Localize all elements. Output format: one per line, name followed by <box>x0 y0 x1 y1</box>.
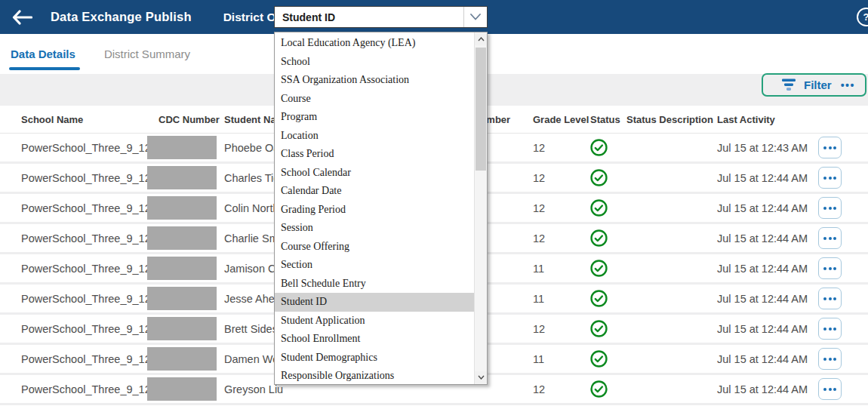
column-header-grade: Grade Level <box>527 106 585 133</box>
dropdown-option[interactable]: Responsible Organizations <box>275 367 474 386</box>
dot <box>833 328 836 331</box>
chevron-up-icon <box>478 37 485 42</box>
dot <box>823 146 826 149</box>
column-header-actions <box>818 106 868 133</box>
grade-level-cell: 11 <box>533 353 544 365</box>
row-actions-button[interactable] <box>818 197 842 219</box>
dropdown-option[interactable]: Session <box>275 219 474 238</box>
grade-level-cell: 11 <box>533 293 544 305</box>
row-actions-button[interactable] <box>818 378 842 400</box>
dropdown-option[interactable]: Section <box>275 256 474 275</box>
filter-button-label: Filter <box>804 78 832 91</box>
dropdown-option[interactable]: Course Offering <box>275 238 474 257</box>
redacted-cdc-number <box>147 196 217 220</box>
dot <box>823 388 826 391</box>
row-actions-button[interactable] <box>818 288 842 309</box>
grade-level-cell: 11 <box>533 263 544 275</box>
dropdown-option[interactable]: Class Period <box>275 145 474 164</box>
dropdown-option[interactable]: Bell Schedule Entry <box>275 275 474 294</box>
row-actions-button[interactable] <box>818 167 842 189</box>
redacted-cdc-number <box>147 226 217 250</box>
status-success-icon <box>590 350 608 368</box>
dot <box>829 297 832 300</box>
dot <box>823 297 826 300</box>
row-actions-button[interactable] <box>818 227 842 249</box>
dropdown-option[interactable]: Student Demographics <box>275 349 474 368</box>
dot <box>833 358 836 361</box>
row-actions-button[interactable] <box>818 137 842 158</box>
dot <box>833 177 836 180</box>
status-success-icon <box>590 290 608 307</box>
status-success-icon <box>590 139 608 156</box>
dot <box>829 388 832 391</box>
student-name-cell: Jesse Ahea <box>224 293 281 305</box>
scroll-up-button[interactable] <box>475 33 487 45</box>
column-header-desc: Status Description <box>620 106 717 133</box>
page-title: Data Exchange Publish <box>51 10 192 24</box>
last-activity-cell: Jul 15 at 12:43 AM <box>717 142 808 154</box>
grade-level-cell: 12 <box>533 202 545 214</box>
dot <box>833 146 836 149</box>
dot <box>829 267 832 270</box>
row-actions-button[interactable] <box>818 318 842 340</box>
last-activity-cell: Jul 15 at 12:44 AM <box>717 172 808 184</box>
entity-dropdown-list: Local Education Agency (LEA)SchoolSSA Or… <box>274 32 488 385</box>
back-button[interactable] <box>12 10 32 25</box>
dot <box>829 177 832 180</box>
student-name-cell: Colin North <box>224 202 279 214</box>
dropdown-option[interactable]: Program <box>275 108 474 127</box>
dropdown-option[interactable]: School Enrollment <box>275 330 474 349</box>
help-icon[interactable]: ? <box>857 8 868 26</box>
row-actions-button[interactable] <box>818 348 842 370</box>
last-activity-cell: Jul 15 at 12:44 AM <box>717 383 808 395</box>
chevron-down-icon <box>478 375 485 380</box>
more-options-button[interactable]: ••• <box>841 79 855 91</box>
school-name-cell: PowerSchool_Three_9_12 <box>21 293 151 305</box>
dropdown-option[interactable]: Grading Period <box>275 201 474 220</box>
scroll-thumb[interactable] <box>476 48 486 171</box>
dot <box>823 328 826 331</box>
status-success-icon <box>590 380 608 398</box>
dot <box>833 297 836 300</box>
dropdown-option[interactable]: Student Application <box>275 312 474 331</box>
entity-select[interactable]: Student ID <box>274 6 488 28</box>
school-name-cell: PowerSchool_Three_9_12 <box>21 172 151 184</box>
dot <box>829 146 832 149</box>
column-header-school: School Name <box>0 106 147 133</box>
dropdown-scrollbar[interactable] <box>474 32 487 384</box>
dropdown-option[interactable]: SSA Organization Association <box>275 71 474 90</box>
student-name-cell: Phoebe Oa <box>224 142 279 154</box>
chevron-down-icon <box>464 14 487 20</box>
redacted-cdc-number <box>147 317 217 340</box>
filter-button[interactable]: Filter <box>781 78 832 91</box>
grade-level-cell: 12 <box>533 323 545 335</box>
last-activity-cell: Jul 15 at 12:44 AM <box>717 323 808 335</box>
tab-district-summary[interactable]: District Summary <box>104 34 190 74</box>
school-name-cell: PowerSchool_Three_9_12 <box>21 142 151 154</box>
dropdown-option[interactable]: Local Education Agency (LEA) <box>275 34 474 53</box>
grade-level-cell: 12 <box>533 142 545 154</box>
grade-level-cell: 12 <box>533 232 545 245</box>
dot <box>829 328 832 331</box>
student-name-cell: Damen We <box>224 353 279 365</box>
row-actions-button[interactable] <box>818 257 842 279</box>
tab-data-details[interactable]: Data Details <box>11 34 75 74</box>
dropdown-option[interactable]: Calendar Date <box>275 182 474 201</box>
last-activity-cell: Jul 15 at 12:44 AM <box>717 202 808 214</box>
filter-button-group: Filter ••• <box>762 73 866 97</box>
school-name-cell: PowerSchool_Three_9_12 <box>21 202 151 214</box>
dropdown-option[interactable]: Location <box>275 127 474 146</box>
dot <box>823 207 826 210</box>
dot <box>823 267 826 270</box>
dropdown-option[interactable]: Student ID <box>275 293 474 312</box>
dot <box>833 237 836 240</box>
dropdown-option[interactable]: Course <box>275 90 474 109</box>
dot <box>823 237 826 240</box>
dropdown-option[interactable]: School <box>275 53 474 72</box>
status-success-icon <box>590 169 608 186</box>
dropdown-option[interactable]: School Calendar <box>275 164 474 183</box>
scroll-down-button[interactable] <box>475 371 487 383</box>
dot <box>829 358 832 361</box>
column-header-cdc: CDC Number <box>147 106 224 133</box>
school-name-cell: PowerSchool_Three_9_12 <box>21 323 151 335</box>
